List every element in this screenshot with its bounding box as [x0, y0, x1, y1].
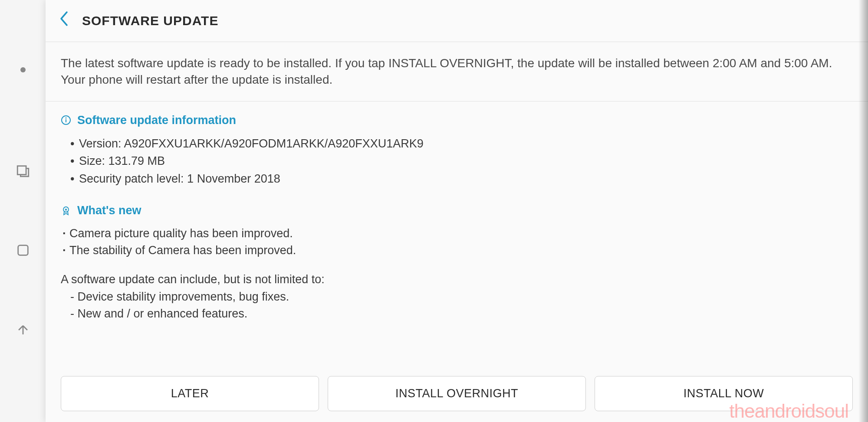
header: SOFTWARE UPDATE: [46, 0, 868, 42]
intro-text: The latest software update is ready to b…: [46, 42, 868, 101]
footnote-item: - Device stability improvements, bug fix…: [61, 288, 853, 305]
info-size: Size: 131.79 MB: [70, 152, 853, 170]
whatsnew-item: Camera picture quality has been improved…: [61, 225, 853, 242]
install-overnight-button[interactable]: INSTALL OVERNIGHT: [328, 376, 586, 411]
nav-home-button[interactable]: [7, 234, 39, 266]
svg-point-4: [66, 118, 66, 118]
whatsnew-section-title: What's new: [77, 204, 141, 217]
main-panel: SOFTWARE UPDATE The latest software upda…: [46, 0, 868, 422]
info-version: Version: A920FXXU1ARKK/A920FODM1ARKK/A92…: [70, 135, 853, 153]
info-section-header: Software update information: [61, 114, 853, 127]
later-button[interactable]: LATER: [61, 376, 319, 411]
info-section-title: Software update information: [77, 114, 236, 127]
info-section: Software update information Version: A92…: [46, 101, 868, 188]
footnote-item: - New and / or enhanced features.: [61, 305, 853, 322]
back-icon[interactable]: [59, 10, 69, 31]
info-security: Security patch level: 1 November 2018: [70, 170, 853, 188]
nav-dot-icon: [20, 67, 26, 72]
info-icon: [61, 115, 71, 125]
system-nav-bar: [0, 0, 46, 422]
badge-icon: [61, 206, 71, 216]
whatsnew-section: What's new Camera picture quality has be…: [46, 192, 868, 259]
nav-recent-button[interactable]: [7, 155, 39, 187]
footnote-lead: A software update can include, but is no…: [61, 271, 853, 288]
content-area: The latest software update is ready to b…: [46, 42, 868, 368]
svg-rect-1: [18, 245, 28, 255]
install-now-button[interactable]: INSTALL NOW: [595, 376, 853, 411]
whatsnew-section-header: What's new: [61, 204, 853, 217]
nav-back-button[interactable]: [7, 314, 39, 346]
page-title: SOFTWARE UPDATE: [82, 13, 218, 28]
footnote: A software update can include, but is no…: [46, 259, 868, 322]
button-row: LATER INSTALL OVERNIGHT INSTALL NOW: [46, 368, 868, 422]
whatsnew-item: The stability of Camera has been improve…: [61, 242, 853, 259]
svg-rect-0: [17, 166, 26, 174]
